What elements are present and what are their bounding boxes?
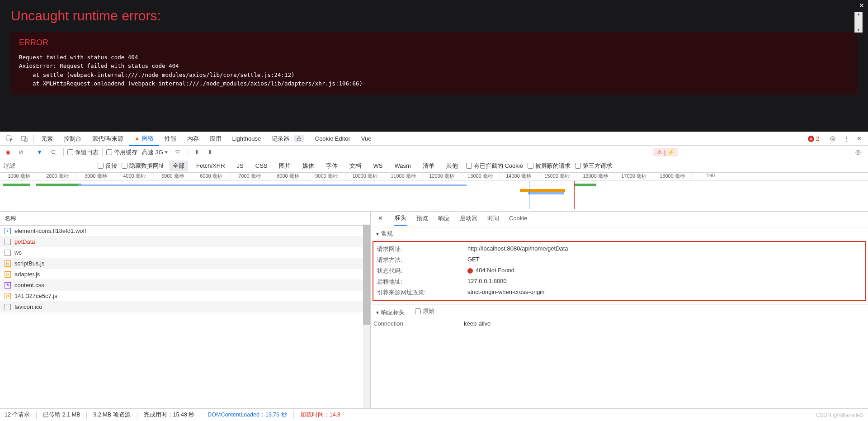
- detail-tab-initiator[interactable]: 启动器: [459, 212, 478, 225]
- timeline-tick: 9000 毫秒: [307, 173, 346, 180]
- filter-doc[interactable]: 文档: [346, 161, 365, 171]
- disable-cache-checkbox[interactable]: 停用缓存: [106, 148, 137, 156]
- timeline-tick: 13000 毫秒: [461, 173, 500, 180]
- timeline-tick: 14000 毫秒: [500, 173, 538, 180]
- kv-value: http://localhost:8080/api/home/getData: [467, 245, 568, 253]
- network-filter-row: 反转 隐藏数据网址 全部 Fetch/XHR JS CSS 图片 媒体 字体 文…: [0, 159, 868, 173]
- close-devtools-icon[interactable]: ✕: [853, 133, 865, 144]
- tab-sources[interactable]: 源代码/来源: [87, 132, 129, 146]
- tab-console[interactable]: 控制台: [58, 132, 87, 146]
- filter-css[interactable]: CSS: [252, 161, 271, 170]
- request-row[interactable]: ✎content.css: [0, 280, 370, 291]
- throttle-select[interactable]: 高速 3G▼: [140, 147, 169, 157]
- third-party-checkbox[interactable]: 第三方请求: [575, 162, 612, 170]
- kv-key: 引荐来源网址政策:: [377, 289, 467, 297]
- timeline-tick: 7000 毫秒: [231, 173, 269, 180]
- filter-font[interactable]: 字体: [322, 161, 341, 171]
- hide-data-urls-checkbox[interactable]: 隐藏数据网址: [122, 162, 165, 170]
- blocked-requests-checkbox[interactable]: 被屏蔽的请求: [528, 162, 571, 170]
- kv-row: Connection:keep-alive: [371, 319, 868, 328]
- scrollbar[interactable]: [363, 224, 370, 408]
- request-list: 名称 Telement-icons.ff18efd1.woffgetDataws…: [0, 212, 371, 408]
- file-type-icon: [5, 304, 11, 310]
- blocked-cookies-checkbox[interactable]: 有已拦截的 Cookie: [466, 162, 523, 170]
- request-row[interactable]: Telement-icons.ff18efd1.woff: [0, 226, 370, 237]
- timeline-tick: 5000 毫秒: [154, 173, 192, 180]
- kv-row: 状态代码:404 Not Found: [374, 265, 864, 276]
- svg-point-8: [857, 151, 859, 153]
- filter-other[interactable]: 其他: [443, 161, 462, 171]
- tab-vue[interactable]: Vue: [356, 132, 377, 145]
- filter-manifest[interactable]: 清单: [419, 161, 438, 171]
- timeline-tick: 8000 毫秒: [269, 173, 307, 180]
- tab-cookie-editor[interactable]: Cookie Editor: [310, 132, 356, 145]
- detail-tab-headers[interactable]: 标头: [394, 211, 407, 226]
- tab-performance[interactable]: 性能: [159, 132, 182, 146]
- preserve-log-checkbox[interactable]: 保留日志: [67, 148, 99, 156]
- timeline-tick: 11000 毫秒: [384, 173, 423, 180]
- download-icon[interactable]: ⬇: [205, 147, 215, 157]
- error-counter[interactable]: ✕2: [808, 135, 826, 142]
- column-header-name[interactable]: 名称: [0, 212, 370, 226]
- kv-row: 请求方法:GET: [374, 255, 864, 265]
- timeline-tick: 2000 毫秒: [38, 173, 77, 180]
- upload-icon[interactable]: ⬆: [192, 147, 202, 157]
- filter-icon[interactable]: ▼: [34, 147, 45, 157]
- invert-checkbox[interactable]: 反转: [98, 162, 117, 170]
- close-detail-icon[interactable]: ✕: [375, 214, 386, 222]
- kv-value: keep-alive: [464, 320, 491, 327]
- request-name: adapter.js: [14, 271, 40, 278]
- filter-js[interactable]: JS: [233, 161, 247, 170]
- filter-fetch[interactable]: Fetch/XHR: [193, 161, 229, 170]
- more-icon[interactable]: ⋮: [840, 133, 853, 144]
- section-response-headers[interactable]: 响应标头 原始: [371, 304, 868, 319]
- record-icon[interactable]: ◉: [3, 147, 13, 157]
- search-icon[interactable]: [48, 147, 60, 157]
- close-icon[interactable]: ✕: [859, 2, 864, 9]
- extension-badge[interactable]: ⚠ | ⚡: [653, 148, 678, 156]
- kv-row: 远程地址:127.0.0.1:8080: [374, 276, 864, 287]
- device-icon[interactable]: [17, 133, 32, 144]
- error-box: ERROR Request failed with status code 40…: [11, 32, 857, 95]
- tab-recorder[interactable]: 记录器 凸: [266, 132, 310, 146]
- network-timeline[interactable]: 1000 毫秒2000 毫秒3000 毫秒4000 毫秒5000 毫秒6000 …: [0, 173, 868, 212]
- request-row[interactable]: getData: [0, 237, 370, 247]
- request-row[interactable]: js141.327ce5c7.js: [0, 291, 370, 302]
- request-row[interactable]: jsadapter.js: [0, 269, 370, 280]
- status-requests: 12 个请求: [5, 411, 30, 419]
- settings-icon[interactable]: [851, 147, 865, 158]
- filter-media[interactable]: 媒体: [299, 161, 318, 171]
- file-type-icon: js: [5, 293, 11, 299]
- request-row[interactable]: jsscriptBus.js: [0, 258, 370, 269]
- filter-input[interactable]: [3, 162, 93, 169]
- detail-tab-cookies[interactable]: Cookie: [508, 212, 528, 224]
- request-row[interactable]: ws: [0, 247, 370, 258]
- section-general[interactable]: 常规: [371, 227, 868, 240]
- raw-toggle[interactable]: 原始: [415, 307, 434, 315]
- tab-lighthouse[interactable]: Lighthouse: [227, 132, 267, 145]
- status-dot-icon: [467, 268, 473, 274]
- timeline-body: [0, 181, 868, 209]
- detail-tabs: ✕ 标头 预览 响应 启动器 时间 Cookie: [371, 212, 868, 225]
- file-type-icon: [5, 239, 11, 245]
- gear-icon[interactable]: [826, 133, 840, 144]
- detail-tab-timing[interactable]: 时间: [486, 212, 500, 225]
- mini-scrollbar[interactable]: ▲▼: [854, 12, 863, 33]
- svg-line-6: [55, 153, 57, 155]
- tab-network[interactable]: ▲网络: [129, 132, 159, 146]
- request-row[interactable]: favicon.ico: [0, 302, 370, 312]
- timeline-tick: 18000 毫秒: [653, 173, 692, 180]
- tab-elements[interactable]: 元素: [36, 132, 58, 146]
- warning-icon: ▲: [134, 135, 140, 142]
- wifi-icon[interactable]: [171, 147, 184, 158]
- detail-tab-preview[interactable]: 预览: [415, 212, 429, 225]
- detail-tab-response[interactable]: 响应: [437, 212, 451, 225]
- tab-memory[interactable]: 内存: [182, 132, 204, 146]
- filter-ws[interactable]: WS: [369, 161, 386, 170]
- filter-all[interactable]: 全部: [169, 161, 188, 171]
- tab-application[interactable]: 应用: [204, 132, 227, 146]
- inspect-icon[interactable]: [3, 133, 17, 144]
- filter-img[interactable]: 图片: [275, 161, 294, 171]
- clear-icon[interactable]: ⊘: [16, 147, 26, 157]
- filter-wasm[interactable]: Wasm: [391, 161, 414, 170]
